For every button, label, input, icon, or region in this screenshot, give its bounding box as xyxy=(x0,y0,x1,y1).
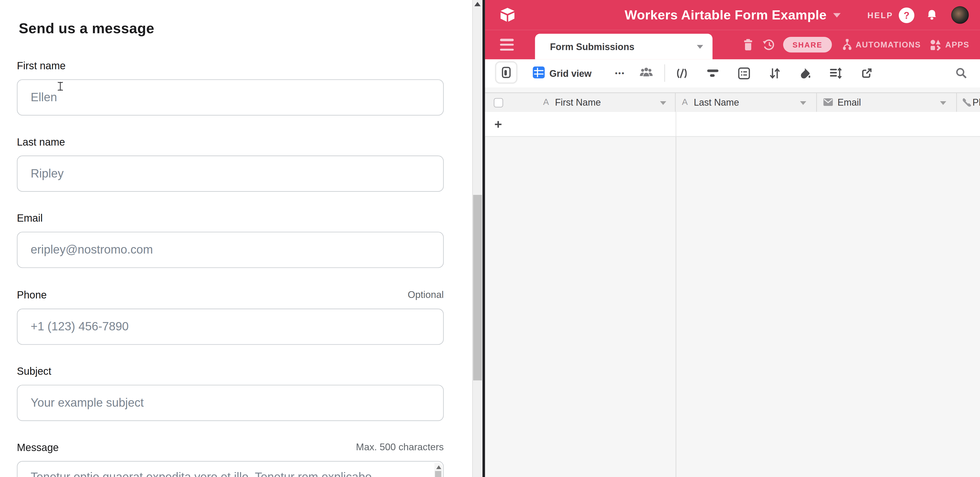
message-textarea[interactable]: Tenetur optio quaerat expedita vero et i… xyxy=(17,461,444,477)
page-scroll-up-arrow-icon[interactable] xyxy=(474,2,480,6)
trash-icon[interactable] xyxy=(743,39,753,51)
notifications-bell-icon[interactable] xyxy=(926,9,937,21)
share-view-icon[interactable] xyxy=(861,68,872,79)
column-label: Last Name xyxy=(694,93,739,112)
phone-label: Phone xyxy=(17,289,444,301)
add-row-button-row[interactable]: + xyxy=(485,112,980,137)
column-header-email[interactable]: Email xyxy=(817,93,957,112)
apps-button[interactable]: APPS xyxy=(945,40,969,49)
column-caret-icon[interactable] xyxy=(940,101,946,105)
user-avatar[interactable] xyxy=(951,6,969,24)
automations-button[interactable]: AUTOMATIONS xyxy=(856,40,921,49)
column-header-last-name[interactable]: A Last Name xyxy=(676,93,817,112)
grid-header-row: A First Name A Last Name Email xyxy=(485,92,980,113)
column-caret-icon[interactable] xyxy=(800,101,806,105)
email-icon xyxy=(823,98,833,106)
last-name-label: Last name xyxy=(17,136,444,148)
sort-icon[interactable] xyxy=(769,68,780,79)
help-button[interactable]: HELP xyxy=(867,10,893,20)
field-subject: Subject xyxy=(17,365,444,421)
view-sidebar-toggle-button[interactable] xyxy=(495,61,517,84)
view-toolbar: Grid view ••• xyxy=(485,59,980,87)
apps-icon[interactable] xyxy=(930,39,941,50)
sidebar-toggle-icon xyxy=(502,67,511,78)
automations-icon[interactable] xyxy=(842,39,853,51)
field-phone: Phone Optional xyxy=(17,289,444,345)
tab-form-submissions[interactable]: Form Submissions xyxy=(535,34,713,59)
page-scroll-thumb[interactable] xyxy=(473,195,482,380)
message-scroll-up-arrow-icon[interactable] xyxy=(436,465,441,469)
form-heading: Send us a message xyxy=(19,20,154,37)
sidebar-hamburger-icon[interactable] xyxy=(500,39,514,53)
single-line-text-icon: A xyxy=(543,97,549,107)
color-icon[interactable] xyxy=(799,68,811,79)
page-scrollbar xyxy=(473,0,483,477)
select-all-checkbox[interactable] xyxy=(494,98,503,107)
toolbar-divider xyxy=(665,64,665,82)
topbar-right-cluster: HELP ? xyxy=(867,0,980,30)
tab-caret-icon[interactable] xyxy=(697,45,703,49)
tabbar-right-cluster: SHARE AUTOMATIONS xyxy=(743,30,980,59)
help-question-icon[interactable]: ? xyxy=(899,7,914,23)
airtable-topbar: Workers Airtable Form Example HELP ? xyxy=(485,0,980,30)
search-icon[interactable] xyxy=(956,68,967,79)
history-icon[interactable] xyxy=(762,38,776,51)
single-line-text-icon: A xyxy=(682,97,687,107)
last-name-input[interactable] xyxy=(17,155,444,192)
contact-form-pane: Send us a message First name Last name E… xyxy=(0,0,473,477)
view-more-options-button[interactable]: ••• xyxy=(615,59,625,87)
phone-optional-hint: Optional xyxy=(408,289,444,300)
column-divider-line xyxy=(676,137,676,477)
grid-view-button[interactable]: Grid view xyxy=(549,59,592,87)
hide-fields-icon[interactable] xyxy=(676,68,688,79)
subject-input[interactable] xyxy=(17,385,444,421)
add-row-plus-icon[interactable]: + xyxy=(495,112,502,137)
filter-icon[interactable] xyxy=(707,68,719,79)
column-label: Phone xyxy=(972,93,980,112)
email-label: Email xyxy=(17,212,444,224)
tab-label: Form Submissions xyxy=(550,34,635,59)
field-first-name: First name xyxy=(17,60,444,116)
field-email: Email xyxy=(17,212,444,268)
airtable-tabbar: Form Submissions xyxy=(485,30,980,59)
column-label: First Name xyxy=(555,93,601,112)
column-header-first-name[interactable]: A First Name xyxy=(485,93,676,112)
airtable-pane: Workers Airtable Form Example HELP ? For… xyxy=(485,0,980,477)
email-input[interactable] xyxy=(17,232,444,268)
message-scroll-thumb[interactable] xyxy=(435,471,441,477)
message-max-hint: Max. 500 characters xyxy=(356,442,444,453)
first-name-label: First name xyxy=(17,60,444,72)
screenshot-viewport: Send us a message First name Last name E… xyxy=(0,0,980,477)
text-cursor-ibeam-icon xyxy=(57,81,64,91)
first-name-input[interactable] xyxy=(17,79,444,116)
field-message: Message Max. 500 characters Tenetur opti… xyxy=(17,442,444,477)
base-title[interactable]: Workers Airtable Form Example xyxy=(625,8,827,22)
collaborators-icon[interactable] xyxy=(639,67,654,78)
group-icon[interactable] xyxy=(738,68,750,79)
grid-view-icon xyxy=(533,66,545,79)
phone-input[interactable] xyxy=(17,309,444,345)
column-header-phone[interactable]: Phone xyxy=(957,93,980,112)
column-label: Email xyxy=(837,93,861,112)
base-title-caret-icon[interactable] xyxy=(833,13,840,17)
subject-label: Subject xyxy=(17,365,444,377)
share-button[interactable]: SHARE xyxy=(783,37,832,52)
field-last-name: Last name xyxy=(17,136,444,192)
phone-icon xyxy=(962,97,972,108)
window-divider xyxy=(482,0,485,477)
message-scrollbar xyxy=(434,463,442,477)
row-height-icon[interactable] xyxy=(829,68,842,79)
column-divider-line xyxy=(676,112,676,137)
column-caret-icon[interactable] xyxy=(660,101,666,105)
